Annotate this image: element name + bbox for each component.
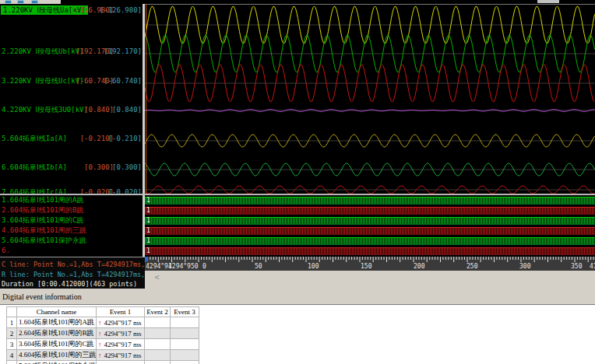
- duration-status: Duration [0:00.412000](463 points): [2, 280, 137, 288]
- analog-channel-label: 5.604拓泉Ⅰ线Ia[A]: [2, 134, 67, 143]
- digital-channel-label: 2.604拓泉Ⅰ线101闸的B跳: [2, 205, 83, 215]
- cursor-status-panel: C line: Point No.=1,Abs T=4294917ms, Rel…: [0, 257, 145, 289]
- analog-waveforms-canvas: [145, 5, 595, 194]
- event1-cell: ↑4294"917 ms: [97, 339, 145, 350]
- event1-cell: ↑4294"917 ms: [97, 328, 145, 339]
- digital-state-value: 1: [146, 217, 150, 225]
- r-cursor-value: [192.170]: [104, 47, 142, 56]
- ruler-time-label: 200: [414, 263, 424, 270]
- ruler-time-label: 250: [466, 263, 477, 270]
- channel-name-cell: 4.604拓泉Ⅰ线101闸的三跳: [17, 350, 97, 361]
- digital-event-table[interactable]: Channel nameEvent 1Event 2Event 311.604拓…: [6, 306, 199, 364]
- r-cursor-value: [-126.980]: [100, 5, 142, 15]
- time-ruler[interactable]: 4294"914294"95005010015020025030035041: [145, 257, 595, 271]
- channel-name-cell: 2.604拓泉Ⅰ线101闸的B跳: [17, 328, 97, 339]
- channel-name-cell: 5.604拓泉Ⅰ线101保护永跳: [17, 361, 97, 364]
- r-cursor-value: [-60.740]: [104, 76, 142, 86]
- rising-edge-arrow-icon: ↑: [98, 341, 102, 348]
- ruler-ticks: [145, 257, 595, 263]
- c-cursor-line[interactable]: [146, 4, 146, 194]
- digital-channel-row[interactable]: 6.: [0, 246, 143, 255]
- digital-channel-row[interactable]: 3.604拓泉Ⅰ线101闸的C跳: [0, 215, 143, 225]
- ruler-time-label: 150: [361, 263, 371, 270]
- digital-channel-row[interactable]: 5.604拓泉Ⅰ线101保护永跳: [0, 236, 143, 245]
- scroll-left-button[interactable]: <: [152, 272, 162, 282]
- event-table-row[interactable]: 55.604拓泉Ⅰ线101保护永跳↑4294"917 ms: [7, 361, 199, 364]
- digital-state-value: 1: [146, 247, 150, 255]
- ruler-time-label: 50: [255, 263, 262, 270]
- digital-state-bar: 1: [145, 237, 595, 245]
- analog-channel-row[interactable]: 2.220KV Ⅰ段母线Ub[kV][192.170][192.170]: [0, 47, 143, 56]
- event2-cell: [145, 361, 171, 364]
- row-number-cell: 4: [7, 350, 17, 361]
- event-table-row[interactable]: 11.604拓泉Ⅰ线101闸的A跳↑4294"917 ms: [7, 317, 199, 328]
- digital-channel-label: 5.604拓泉Ⅰ线101保护永跳: [2, 236, 86, 245]
- event-table-row[interactable]: 44.604拓泉Ⅰ线101闸的三跳↑4294"917 ms: [7, 350, 199, 361]
- rising-edge-arrow-icon: ↑: [98, 352, 102, 359]
- c-line-status: C line: Point No.=1,Abs T=4294917ms, Rel…: [2, 261, 145, 268]
- ruler-time-label: 350: [571, 263, 582, 270]
- r-cursor-value: [0.840]: [112, 105, 142, 114]
- event-table-header[interactable]: Event 1: [97, 307, 145, 317]
- digital-state-value: 1: [146, 207, 150, 215]
- horizontal-scrollbar: <: [145, 271, 595, 290]
- digital-channel-label: 1.604拓泉Ⅰ线101闸的A跳: [2, 195, 83, 205]
- digital-channel-label: 6.: [2, 246, 10, 255]
- analog-channel-label: 6.604拓泉Ⅰ线Ib[A]: [2, 163, 67, 172]
- cursor-position-marker[interactable]: [145, 257, 148, 261]
- digital-channel-label: 4.604拓泉Ⅰ线101闸的三跳: [2, 226, 86, 235]
- event3-cell: [171, 361, 199, 364]
- ruler-time-label: 300: [519, 263, 530, 270]
- analog-channel-label: 4.220KV Ⅰ段母线3U0[kV]: [2, 105, 88, 114]
- channel-name-cell: 3.604拓泉Ⅰ线101闸的C跳: [17, 339, 97, 350]
- digital-state-bar: 1: [145, 197, 595, 205]
- digital-state-bar: 1: [145, 227, 595, 235]
- event-table-header-row: Channel nameEvent 1Event 2Event 3: [7, 307, 199, 317]
- row-number-cell: 2: [7, 328, 17, 339]
- ruler-time-label: 0: [202, 263, 206, 270]
- tick-marks: [145, 257, 593, 262]
- top-right-fragment: [537, 0, 559, 3]
- event-table-wrap: Channel nameEvent 1Event 2Event 311.604拓…: [6, 306, 200, 364]
- event1-cell: ↑4294"917 ms: [97, 317, 145, 328]
- digital-state-value: 1: [146, 197, 150, 205]
- c-cursor-value: [0.300]: [84, 163, 114, 172]
- analog-channel-row[interactable]: 6.604拓泉Ⅰ线Ib[A][0.300][0.300]: [0, 163, 143, 172]
- event3-cell: [171, 339, 199, 350]
- event3-cell: [171, 317, 199, 328]
- digital-state-value: 1: [146, 237, 150, 245]
- event-table-row[interactable]: 22.604拓泉Ⅰ线101闸的B跳↑4294"917 ms: [7, 328, 199, 339]
- row-number-cell: 5: [7, 361, 17, 364]
- analog-channel-label: 2.220KV Ⅰ段母线Ub[kV]: [2, 47, 84, 56]
- analog-channel-row[interactable]: 5.604拓泉Ⅰ线Ia[A][-0.210][-0.210]: [0, 134, 143, 143]
- digital-channel-label: 3.604拓泉Ⅰ线101闸的C跳: [2, 215, 83, 225]
- event3-cell: [171, 350, 199, 361]
- analog-channel-row[interactable]: 1.220KV Ⅰ段母线Ua[kV][-126.980][-126.980]: [0, 5, 143, 15]
- digital-channel-row[interactable]: 4.604拓泉Ⅰ线101闸的三跳: [0, 226, 143, 235]
- channel-label-panel: 1.220KV Ⅰ段母线Ua[kV][-126.980][-126.980]2.…: [0, 4, 143, 257]
- event2-cell: [145, 328, 171, 339]
- event2-cell: [145, 339, 171, 350]
- event-table-header[interactable]: Event 2: [145, 307, 171, 317]
- analog-channel-row[interactable]: 4.220KV Ⅰ段母线3U0[kV][0.840][0.840]: [0, 105, 143, 114]
- analog-waveform-area[interactable]: [145, 4, 595, 194]
- event1-cell: ↑4294"917 ms: [97, 361, 145, 364]
- digital-state-bar: 1: [145, 247, 595, 255]
- analog-channel-label: 3.220KV Ⅰ段母线Uc[kV]: [2, 76, 84, 86]
- r-cursor-value: [-0.210]: [108, 134, 142, 143]
- digital-waveform-area[interactable]: 111111: [145, 195, 595, 257]
- event-table-header[interactable]: Channel name: [17, 307, 97, 317]
- r-line-status: R line: Point No.=1,Abs T=4294917ms, Rel…: [2, 271, 145, 278]
- digital-channel-row[interactable]: 2.604拓泉Ⅰ线101闸的B跳: [0, 205, 143, 215]
- event2-cell: [145, 350, 171, 361]
- event1-cell: ↑4294"917 ms: [97, 350, 145, 361]
- event-table-row[interactable]: 33.604拓泉Ⅰ线101闸的C跳↑4294"917 ms: [7, 339, 199, 350]
- analog-channel-row[interactable]: 3.220KV Ⅰ段母线Uc[kV][-60.740][-60.740]: [0, 76, 143, 86]
- r-cursor-value: [0.300]: [112, 163, 142, 172]
- ruler-time-label: 41: [590, 263, 595, 270]
- event-table-header[interactable]: Event 3: [171, 307, 199, 317]
- c-cursor-value: [0.840]: [84, 105, 114, 114]
- digital-state-value: 1: [146, 227, 150, 235]
- ruler-time-label: 100: [308, 263, 319, 270]
- digital-channel-row[interactable]: 1.604拓泉Ⅰ线101闸的A跳: [0, 195, 143, 205]
